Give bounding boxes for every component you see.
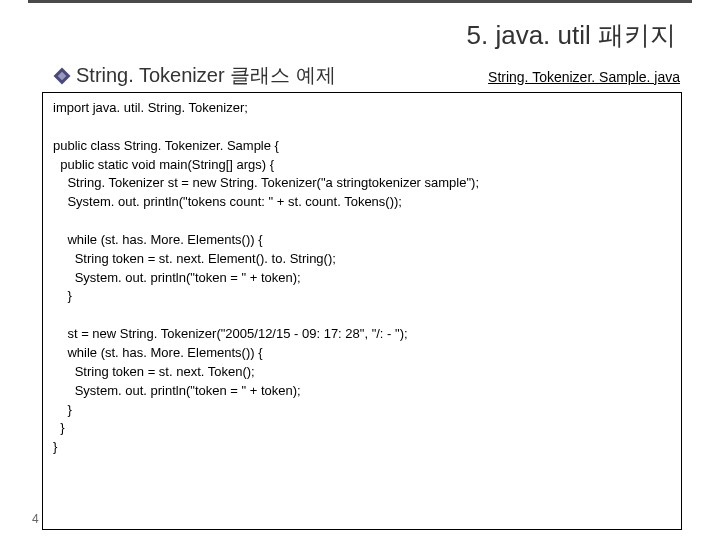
- code-line: st = new String. Tokenizer("2005/12/15 -…: [53, 326, 408, 341]
- filename-label: String. Tokenizer. Sample. java: [488, 69, 680, 85]
- subtitle-bullet: String. Tokenizer 클래스 예제: [56, 62, 336, 89]
- code-box: import java. util. String. Tokenizer; pu…: [42, 92, 682, 530]
- code-line: String token = st. next. Element(). to. …: [53, 251, 336, 266]
- code-line: }: [53, 439, 57, 454]
- code-line: String. Tokenizer st = new String. Token…: [53, 175, 479, 190]
- subtitle-row: String. Tokenizer 클래스 예제 String. Tokeniz…: [56, 62, 680, 89]
- code-line: while (st. has. More. Elements()) {: [53, 232, 263, 247]
- code-line: public class String. Tokenizer. Sample {: [53, 138, 279, 153]
- code-line: System. out. println("tokens count: " + …: [53, 194, 402, 209]
- subtitle-text: String. Tokenizer 클래스 예제: [76, 62, 336, 89]
- code-line: }: [53, 402, 72, 417]
- code-line: import java. util. String. Tokenizer;: [53, 100, 248, 115]
- code-line: String token = st. next. Token();: [53, 364, 255, 379]
- code-line: System. out. println("token = " + token)…: [53, 270, 301, 285]
- code-line: public static void main(String[] args) {: [53, 157, 274, 172]
- code-line: while (st. has. More. Elements()) {: [53, 345, 263, 360]
- page-number: 4: [32, 512, 39, 526]
- code-line: }: [53, 288, 72, 303]
- header-rule: [28, 0, 692, 3]
- slide-title: 5. java. util 패키지: [466, 18, 676, 53]
- diamond-icon: [56, 70, 68, 82]
- code-line: }: [53, 420, 65, 435]
- code-line: System. out. println("token = " + token)…: [53, 383, 301, 398]
